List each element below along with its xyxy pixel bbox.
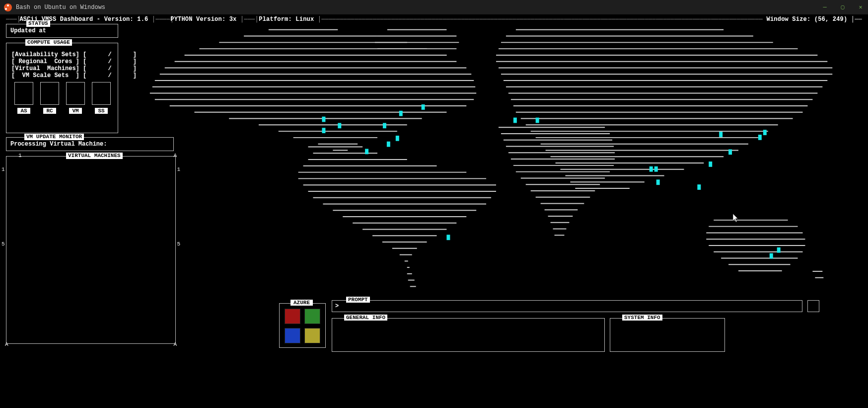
compute-usage-panel: COMPUTE USAGE [Availability Sets] [ / ][… [6, 43, 118, 133]
title-bar: Bash on Ubuntu on Windows — ▢ ✕ [0, 0, 868, 15]
datacenter-marker [387, 142, 390, 147]
datacenter-marker [709, 162, 712, 167]
datacenter-marker [758, 135, 762, 140]
vm-corner-br: A [173, 341, 177, 347]
datacenter-marker [422, 104, 425, 110]
azure-tile-blue[interactable] [285, 328, 300, 343]
datacenter-marker [650, 166, 653, 172]
prompt-title: PROMPT [346, 297, 370, 303]
compute-row-2: [Virtual Machines] [ / ] [11, 65, 114, 72]
azure-tile-yellow[interactable] [304, 328, 320, 343]
compute-title: COMPUTE USAGE [25, 39, 72, 46]
datacenter-marker [656, 179, 660, 185]
compute-bar-label-rc: RC [43, 108, 56, 114]
status-text: Updated at [6, 24, 118, 36]
header-python: PYTHON Version: 3x [167, 16, 240, 23]
system-info-panel: SYSTEM INFO [610, 318, 725, 352]
prompt-panel: PROMPT > [332, 300, 802, 312]
terminal-canvas: ───│ ASCii VMSS Dashboard - Version: 1.6… [6, 15, 862, 408]
compute-bar-label-vm: VM [69, 108, 81, 114]
compute-bar-label-as: AS [17, 108, 30, 114]
datacenter-marker [719, 132, 723, 137]
datacenter-marker [654, 166, 658, 172]
compute-row-1: [ Regional Cores ] [ / ] [11, 58, 114, 65]
world-landmass [150, 30, 832, 287]
vm-corner-bl: A [5, 341, 8, 347]
datacenter-marker [697, 184, 701, 190]
compute-bar-rc [40, 82, 59, 105]
ubuntu-icon [4, 3, 12, 11]
datacenter-marker [396, 136, 399, 141]
vm-row5-left: 5 [1, 241, 5, 247]
azure-title: AZURE [290, 300, 313, 306]
prompt-side-box[interactable] [807, 300, 819, 312]
header-line: ───│ ASCii VMSS Dashboard - Version: 1.6… [6, 16, 862, 23]
compute-row-3: [ VM Scale Sets ] [ / ] [11, 72, 114, 79]
compute-bar-ss [92, 82, 111, 105]
header-platform: Platform: Linux [255, 16, 318, 23]
datacenter-marker [365, 149, 368, 154]
datacenter-marker [536, 118, 539, 123]
compute-row-0: [Availability Sets] [ / ] [11, 51, 114, 58]
azure-tile-green[interactable] [304, 309, 320, 324]
azure-panel: AZURE [279, 303, 326, 348]
azure-tile-red[interactable] [285, 309, 300, 324]
vm-update-title: VM UPDATE MONITOR [24, 134, 84, 140]
vm-row1-left: 1 [1, 166, 5, 172]
maximize-button[interactable]: ▢ [839, 4, 846, 11]
window-title: Bash on Ubuntu on Windows [16, 4, 105, 11]
header-winsize: Window Size: (56, 249) │── [763, 16, 862, 23]
vm-top-inner: 1 [18, 153, 22, 159]
datacenter-marker [383, 123, 386, 128]
compute-bar-as [14, 82, 33, 105]
window-controls: — ▢ ✕ [821, 4, 864, 11]
close-button[interactable]: ✕ [857, 4, 864, 11]
prompt-caret: > [335, 303, 339, 310]
world-map [130, 25, 862, 298]
datacenter-marker [513, 118, 517, 123]
status-title: STATUS [26, 20, 50, 27]
datacenter-marker [728, 149, 732, 155]
system-info-title: SYSTEM INFO [622, 315, 662, 321]
datacenter-marker [763, 130, 767, 135]
minimize-button[interactable]: — [821, 4, 828, 11]
compute-bar-vm [66, 82, 85, 105]
datacenter-marker [777, 247, 781, 253]
vm-grid-title: VIRTUAL MACHINES [66, 153, 123, 159]
datacenter-marker [338, 123, 341, 128]
datacenter-marker [322, 128, 325, 133]
datacenter-marker [770, 253, 773, 259]
general-info-title: GENERAL INFO [344, 315, 387, 321]
general-info-panel: GENERAL INFO [332, 318, 605, 352]
datacenter-marker [399, 111, 403, 116]
datacenter-marker [446, 235, 450, 240]
datacenter-marker [322, 117, 325, 122]
status-panel: STATUS Updated at [6, 24, 118, 38]
compute-bar-label-ss: SS [95, 108, 107, 114]
